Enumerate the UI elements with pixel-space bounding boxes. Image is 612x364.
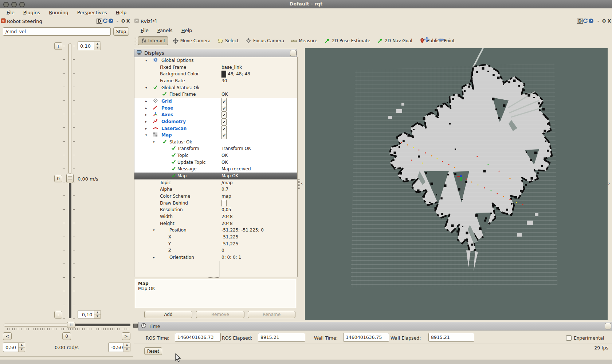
panel-minimize-button-rviz[interactable]: - <box>597 19 599 24</box>
remove-display-button[interactable]: Remove <box>196 311 244 318</box>
angular-zero-button[interactable]: 0 <box>62 332 71 340</box>
displays-panel-header[interactable]: Displays <box>134 49 297 57</box>
tool-interact[interactable]: Interact <box>138 36 168 45</box>
tree-row-draw-behind[interactable]: Draw Behind <box>134 200 297 207</box>
linear-decrease-button[interactable]: - <box>54 311 62 318</box>
tree-row-axes[interactable]: ▸Axes✔ <box>134 111 297 118</box>
tree-row-resolution[interactable]: Resolution0,05 <box>134 206 297 213</box>
spin-arrows[interactable]: ▲▼ <box>123 343 130 352</box>
time-panel-drag-handle[interactable] <box>133 324 138 328</box>
tree-row-message[interactable]: MessageMap received <box>134 166 297 173</box>
displays-splitter-handle[interactable] <box>208 277 219 278</box>
angular-slider-handle[interactable]: ||| <box>67 322 75 328</box>
tool-dropdown-chevron-icon[interactable]: ⌄ <box>446 37 449 41</box>
angular-slider-track-left[interactable] <box>4 324 68 327</box>
dock-detach-button[interactable]: D <box>97 19 102 24</box>
linear-zero-button[interactable]: 0 <box>54 175 62 182</box>
time-field-input[interactable]: 8915.21 <box>428 333 474 342</box>
rqt-menu-file[interactable]: File <box>3 9 18 16</box>
rviz-menu-panels[interactable]: Panels <box>154 27 176 34</box>
render-view-3d[interactable] <box>305 48 608 320</box>
tree-row-position[interactable]: ▾Position-51.225; -51.225; 0 <box>134 227 297 234</box>
linear-slider-track-upper[interactable] <box>68 43 71 174</box>
view-splitter-handle[interactable] <box>298 179 301 189</box>
spin-arrows[interactable]: ▲▼ <box>94 42 101 50</box>
panel-maximize-button-rviz[interactable]: O <box>602 19 606 24</box>
dock-detach-button-rviz[interactable]: D <box>577 19 583 24</box>
rqt-menu-running[interactable]: Running <box>45 9 72 16</box>
tree-row-x[interactable]: X-51,225 <box>134 234 297 241</box>
add-tool-icon[interactable] <box>424 36 430 44</box>
collapse-left-chevron-icon[interactable]: ‹ <box>301 181 303 186</box>
displays-panel-float-button[interactable] <box>290 50 297 56</box>
add-display-button[interactable]: Add <box>144 311 192 318</box>
tree-row-frame-rate[interactable]: Frame Rate30 <box>134 78 297 84</box>
tree-row-topic[interactable]: TopicOK <box>134 152 297 159</box>
tool-publish-point[interactable]: Publish Point <box>417 37 457 45</box>
tree-row-global-status-ok[interactable]: ▾Global Status: Ok <box>134 84 297 91</box>
expand-arrow-icon[interactable]: ▸ <box>145 111 147 118</box>
collapse-arrow-icon[interactable]: ▾ <box>153 227 155 234</box>
reload-icon-rviz[interactable] <box>582 18 588 25</box>
tree-row-width[interactable]: Width2048 <box>134 213 297 220</box>
linear-increase-button[interactable]: + <box>54 42 62 50</box>
linear-max-spinbox[interactable]: 0,10 ▲▼ <box>78 41 101 50</box>
tree-row-laserscan[interactable]: ▸LaserScan✔ <box>134 125 297 132</box>
tree-row-odometry[interactable]: ▸Odometry✔ <box>134 118 297 125</box>
tree-row-fixed-frame[interactable]: Fixed FrameOK <box>134 91 297 98</box>
tree-row-pose[interactable]: ▸Pose✔ <box>134 105 297 112</box>
tree-row-grid[interactable]: ▸Grid✔ <box>134 98 297 105</box>
panel-maximize-button[interactable]: O <box>121 19 125 24</box>
expand-arrow-icon[interactable]: ▸ <box>145 118 147 125</box>
tree-row-global-options[interactable]: ▾Global Options <box>134 57 297 64</box>
time-field-input[interactable]: 8915.21 <box>258 333 305 342</box>
reload-icon[interactable] <box>102 18 108 25</box>
tool-2d-pose-estimate[interactable]: 2D Pose Estimate <box>322 37 373 45</box>
linear-min-spinbox[interactable]: -0,10 ▲▼ <box>78 310 101 319</box>
rviz-menu-file[interactable]: File <box>137 27 152 34</box>
tree-row-transform[interactable]: TransformTransform OK <box>134 145 297 152</box>
stop-button[interactable]: Stop <box>113 27 129 36</box>
tree-row-height[interactable]: Height2048 <box>134 220 297 227</box>
remove-tool-icon[interactable] <box>438 38 444 43</box>
collapse-arrow-icon[interactable]: ▾ <box>145 57 147 64</box>
linear-slider-handle[interactable] <box>66 174 74 183</box>
reset-button[interactable]: Reset <box>144 347 162 355</box>
tree-row-map[interactable]: ▾Map✔ <box>134 132 297 139</box>
tree-row-orientation[interactable]: ▸Orientation0; 0; 0; 1 <box>134 254 297 261</box>
tree-row-topic[interactable]: Topic/map <box>134 179 297 186</box>
collapse-arrow-icon[interactable]: ▾ <box>153 139 155 146</box>
tool-move-camera[interactable]: Move Camera <box>170 37 213 45</box>
help-icon-rviz[interactable]: ? <box>588 18 594 25</box>
panel-minimize-button[interactable]: - <box>117 19 118 24</box>
tool-measure[interactable]: Measure <box>289 37 320 45</box>
rqt-menu-plugins[interactable]: Plugins <box>20 9 44 16</box>
angular-slider-track-right[interactable] <box>75 324 130 326</box>
panel-close-button-rviz[interactable]: X <box>608 19 611 24</box>
cmd-vel-topic-input[interactable]: /cmd_vel <box>3 27 111 36</box>
experimental-checkbox[interactable] <box>566 335 572 341</box>
rviz-menu-help[interactable]: Help <box>178 27 196 34</box>
expand-arrow-icon[interactable]: ▸ <box>145 98 147 105</box>
rqt-menu-perspectives[interactable]: Perspectives <box>74 9 111 16</box>
tree-row-y[interactable]: Y-51,225 <box>134 241 297 248</box>
rqt-menu-help[interactable]: Help <box>112 9 130 16</box>
expand-arrow-icon[interactable]: ▸ <box>145 105 147 112</box>
tree-row-status-ok[interactable]: ▾Status: Ok <box>134 139 297 146</box>
expand-arrow-icon[interactable]: ▸ <box>153 254 155 261</box>
spin-arrows[interactable]: ▲▼ <box>18 343 25 352</box>
panel-close-button[interactable]: X <box>126 19 130 24</box>
tool-2d-nav-goal[interactable]: 2D Nav Goal <box>374 37 415 45</box>
time-field-input[interactable]: 1460401636.73 <box>175 333 221 342</box>
linear-slider-track-lower[interactable] <box>69 183 71 318</box>
expand-arrow-icon[interactable]: ▸ <box>145 125 147 132</box>
help-icon[interactable]: ? <box>108 18 114 25</box>
collapse-arrow-icon[interactable]: ▾ <box>145 132 147 139</box>
tree-row-background-color[interactable]: Background Color48; 48; 48 <box>134 71 297 78</box>
tree-row-update-topic[interactable]: Update TopicOK <box>134 159 297 166</box>
angular-max-spinbox[interactable]: 0,50 ▲▼ <box>3 343 25 352</box>
spin-arrows[interactable]: ▲▼ <box>94 310 101 318</box>
angular-right-button[interactable]: > <box>122 332 130 340</box>
tree-row-fixed-frame[interactable]: Fixed Framebase_link <box>134 64 297 71</box>
angular-left-button[interactable]: < <box>3 332 12 340</box>
